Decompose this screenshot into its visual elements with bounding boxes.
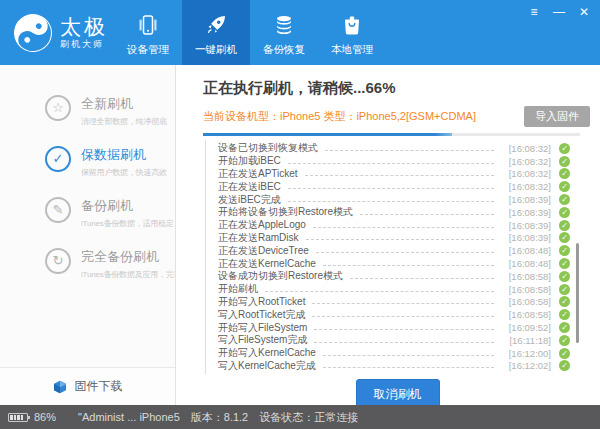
ios-version: 版本：8.1.2 — [191, 410, 248, 425]
log-timestamp: [16:08:58] — [501, 309, 551, 320]
log-timestamp: [16:08:39] — [501, 207, 551, 218]
log-row: 正在发送KernelCache [16:08:48] ✓ — [218, 257, 570, 270]
nav-tab[interactable]: 本地管理 — [318, 0, 386, 65]
success-check-icon: ✓ — [559, 207, 570, 218]
sidebar-item[interactable]: ↻ 完全备份刷机 iTunes备份数据及应用，完整全面 — [0, 248, 175, 278]
battery-icon — [8, 413, 28, 422]
dotted-leader — [314, 342, 494, 343]
success-check-icon: ✓ — [559, 309, 570, 320]
check-icon: ✓ — [45, 146, 71, 172]
dotted-leader — [312, 303, 494, 304]
log-timestamp: [16:11:18] — [501, 335, 551, 346]
sidebar-item[interactable]: ✎ 备份刷机 iTunes备份数据，适用稳定 — [0, 197, 175, 227]
success-check-icon: ✓ — [559, 296, 570, 307]
success-check-icon: ✓ — [559, 156, 570, 167]
dotted-leader — [306, 239, 494, 240]
flash-progress-title: 正在执行刷机，请稍候...66% — [203, 79, 592, 98]
sidebar-item-subtitle: 清理全部数据，纯净彻底 — [81, 116, 167, 127]
log-row: 正在发送iBEC [16:08:32] ✓ — [218, 180, 570, 193]
log-timestamp: [16:08:32] — [501, 168, 551, 179]
sidebar-item-subtitle: iTunes备份数据，适用稳定 — [81, 218, 174, 229]
success-check-icon: ✓ — [559, 322, 570, 333]
nav-tab[interactable]: 备份恢复 — [250, 0, 318, 65]
header-bar: 太极 刷机大师 设备管理 一键刷机 备份恢复 — [0, 0, 600, 65]
connected-device-name: "Administ ... iPhone5 — [78, 411, 180, 423]
success-check-icon: ✓ — [559, 348, 570, 359]
log-timestamp: [16:08:32] — [501, 156, 551, 167]
dotted-leader — [288, 188, 494, 189]
bag-icon — [341, 13, 363, 37]
success-check-icon: ✓ — [559, 181, 570, 192]
logo-subtitle: 刷机大师 — [60, 40, 108, 49]
dotted-leader — [265, 291, 494, 292]
logo-title: 太极 — [60, 16, 108, 37]
dotted-leader — [288, 163, 494, 164]
success-check-icon: ✓ — [559, 335, 570, 346]
minimize-icon[interactable]: — — [552, 5, 566, 19]
sidebar-item[interactable]: ☆ 全新刷机 清理全部数据，纯净彻底 — [0, 95, 175, 125]
sidebar: ☆ 全新刷机 清理全部数据，纯净彻底 ✓ 保数据刷机 保留用户数据，快速高效 — [0, 65, 176, 405]
database-icon — [273, 13, 295, 37]
dotted-leader — [325, 150, 494, 151]
log-row: 开始写入FileSystem [16:09:52] ✓ — [218, 321, 570, 334]
app-window: 太极 刷机大师 设备管理 一键刷机 备份恢复 — [0, 0, 600, 429]
log-timestamp: [16:08:39] — [501, 232, 551, 243]
log-timestamp: [16:08:58] — [501, 271, 551, 282]
cube-icon — [53, 380, 67, 394]
sidebar-item-title: 备份刷机 — [81, 197, 174, 215]
success-check-icon: ✓ — [559, 284, 570, 295]
app-logo: 太极 刷机大师 — [0, 0, 114, 65]
sidebar-item-subtitle: iTunes备份数据及应用，完整全面 — [81, 269, 176, 280]
log-row: 设备成功切换到Restore模式 [16:08:58] ✓ — [218, 270, 570, 283]
log-row: 开始刷机 [16:08:58] ✓ — [218, 283, 570, 296]
dotted-leader — [323, 367, 494, 368]
firmware-download-label: 固件下载 — [75, 378, 123, 395]
dotted-leader — [323, 265, 494, 266]
sidebar-item-title: 保数据刷机 — [81, 146, 167, 164]
nav-tab-label: 本地管理 — [331, 43, 373, 57]
sidebar-item-subtitle: 保留用户数据，快速高效 — [81, 167, 167, 178]
log-timestamp: [16:08:39] — [501, 220, 551, 231]
log-step-label: 写入KernelCache完成 — [218, 359, 316, 373]
success-check-icon: ✓ — [559, 360, 570, 371]
flash-log-list: 设备已切换到恢复模式 [16:08:32] ✓ 开始加载iBEC [16:08:… — [205, 140, 592, 374]
nav-tab[interactable]: 一键刷机 — [182, 0, 250, 65]
firmware-download-button[interactable]: 固件下载 — [0, 367, 175, 405]
dotted-leader — [360, 214, 494, 215]
star-icon: ☆ — [45, 95, 71, 121]
window-controls: ≡ — ✕ — [527, 5, 591, 19]
dotted-leader — [288, 201, 494, 202]
log-row: 设备已切换到恢复模式 [16:08:32] ✓ — [218, 142, 570, 155]
log-row: 开始写入KernelCache [16:12:00] ✓ — [218, 347, 570, 360]
success-check-icon: ✓ — [559, 220, 570, 231]
log-row: 发送iBEC完成 [16:08:39] ✓ — [218, 193, 570, 206]
success-check-icon: ✓ — [559, 245, 570, 256]
log-row: 正在发送APTicket [16:08:32] ✓ — [218, 168, 570, 181]
success-check-icon: ✓ — [559, 258, 570, 269]
nav-tab[interactable]: 设备管理 — [114, 0, 182, 65]
nav-tab-label: 一键刷机 — [195, 43, 237, 57]
nav-tab-label: 备份恢复 — [263, 43, 305, 57]
import-firmware-button[interactable]: 导入固件 — [524, 106, 590, 127]
sidebar-item[interactable]: ✓ 保数据刷机 保留用户数据，快速高效 — [0, 146, 175, 176]
dotted-leader — [323, 355, 494, 356]
menu-icon[interactable]: ≡ — [527, 5, 541, 19]
dotted-leader — [316, 252, 494, 253]
sidebar-item-title: 完全备份刷机 — [81, 248, 176, 266]
log-row: 写入RootTicket完成 [16:08:58] ✓ — [218, 308, 570, 321]
progress-bar — [203, 133, 580, 136]
rocket-icon — [205, 13, 228, 37]
close-icon[interactable]: ✕ — [577, 5, 591, 19]
nav-tab-label: 设备管理 — [127, 43, 169, 57]
log-timestamp: [16:08:58] — [501, 284, 551, 295]
nav-tabs: 设备管理 一键刷机 备份恢复 本地管理 — [114, 0, 386, 65]
dotted-leader — [312, 316, 494, 317]
log-timestamp: [16:08:48] — [501, 245, 551, 256]
refresh-icon: ↻ — [45, 248, 71, 274]
log-timestamp: [16:08:39] — [501, 194, 551, 205]
cancel-flash-button[interactable]: 取消刷机 — [356, 379, 440, 405]
dotted-leader — [305, 175, 494, 176]
log-scrollbar[interactable] — [576, 243, 579, 343]
success-check-icon: ✓ — [559, 232, 570, 243]
sidebar-item-title: 全新刷机 — [81, 95, 167, 113]
